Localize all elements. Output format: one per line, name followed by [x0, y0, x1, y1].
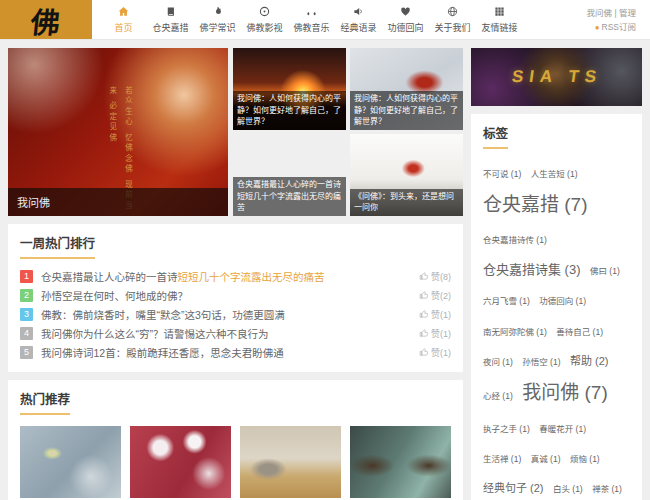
main-navigation: 首页仓央嘉措佛学常识佛教影视佛教音乐经典语录功德回向关于我们友情链接 [100, 0, 523, 39]
rss-link[interactable]: ●RSS订阅 [587, 21, 636, 35]
tag-link[interactable]: 功德回向 (1) [539, 296, 586, 306]
ranking-row[interactable]: 5我问佛诗词12首：殿前跪拜还香愿，思念夫君盼佛通赞(1) [20, 343, 451, 362]
tag-link[interactable]: 生活禅 (1) [483, 454, 521, 464]
tag-link[interactable]: 禅茶 (1) [592, 484, 622, 494]
grid-icon [476, 6, 523, 19]
ranking-row[interactable]: 3佛教：佛前烧香时，嘴里“默念”这3句话，功德更圆满赞(1) [20, 305, 451, 324]
tag-link[interactable]: 南无阿弥陀佛 (1) [483, 327, 547, 337]
thumb-up-icon [419, 271, 429, 283]
recommend-card[interactable]: 我问佛诗词12首：殿前跪拜还香愿，思念夫君盼佛通 [240, 426, 341, 500]
home-icon [100, 6, 147, 19]
featured-grid-item[interactable]: 我问佛：人如何获得内心的平静？如何更好地了解自己，了解世界？ [350, 48, 463, 130]
like-button[interactable]: 赞(8) [419, 270, 451, 283]
globe-icon [429, 6, 476, 19]
ranking-row[interactable]: 1仓央嘉措最让人心碎的一首诗 短短几十个字流露出无尽的痛苦赞(8) [20, 267, 451, 286]
tag-link[interactable]: 白头 (1) [553, 484, 583, 494]
admin-links[interactable]: 我问佛 | 管理 [587, 7, 636, 21]
video-icon [241, 6, 288, 19]
tag-link[interactable]: 我问佛 (7) [522, 382, 608, 403]
rank-number-badge: 5 [20, 346, 33, 359]
tag-link[interactable]: 心经 (1) [483, 391, 513, 401]
article-thumbnail [20, 426, 121, 498]
ranking-panel-title: 一周热门排行 [20, 233, 95, 259]
tag-link[interactable]: 执子之手 (1) [483, 424, 530, 434]
nav-item-佛教影视[interactable]: 佛教影视 [241, 0, 288, 39]
tag-link[interactable]: 六月飞雪 (1) [483, 296, 530, 306]
tag-link[interactable]: 仓央嘉措 (7) [483, 194, 588, 215]
tag-link[interactable]: 善待自己 (1) [556, 327, 603, 337]
tag-link[interactable]: 仓央嘉措诗集 (3) [483, 262, 581, 277]
featured-article-banner[interactable]: 若众生心 忆佛念佛 现前当来 必定见佛 我问佛 [8, 48, 228, 216]
tag-link[interactable]: 仓央嘉措诗传 (1) [483, 235, 547, 245]
page-body: 若众生心 忆佛念佛 现前当来 必定见佛 我问佛 我问佛：人如何获得内心的平静？如… [0, 40, 650, 500]
ranking-row[interactable]: 4我问佛你为什么这么“穷”？请警惕这六种不良行为赞(1) [20, 324, 451, 343]
featured-grid-caption: 我问佛：人如何获得内心的平静？如何更好地了解自己，了解世界？ [350, 91, 463, 130]
speaker-icon [335, 6, 382, 19]
featured-grid-item[interactable]: 仓央嘉措最让人心碎的一首诗 短短几十个字流露出无尽的痛苦 [233, 134, 346, 216]
nav-item-label: 关于我们 [429, 21, 476, 34]
tag-cloud: 不可说 (1) 人生苦短 (1) 仓央嘉措 (7) 仓央嘉措诗传 (1) 仓央嘉… [483, 157, 630, 500]
rss-dot-icon: ● [595, 23, 600, 32]
ranking-title: 我问佛诗词12首：殿前跪拜还香愿，思念夫君盼佛通 [41, 345, 284, 360]
like-count: 赞(8) [431, 270, 451, 283]
featured-grid-caption: 仓央嘉措最让人心碎的一首诗 短短几十个字流露出无尽的痛苦 [233, 177, 346, 216]
nav-item-友情链接[interactable]: 友情链接 [476, 0, 523, 39]
nav-item-label: 首页 [100, 21, 147, 34]
tag-link[interactable]: 春暖花开 (1) [539, 424, 586, 434]
like-button[interactable]: 赞(1) [419, 308, 451, 321]
recommend-card[interactable]: 我问佛｜我想过这样一种生活（必读！） [130, 426, 231, 500]
ranking-title: 仓央嘉措最让人心碎的一首诗 [41, 269, 178, 284]
nav-item-label: 仓央嘉措 [147, 21, 194, 34]
tag-link[interactable]: 真诚 (1) [531, 454, 561, 464]
featured-grid-caption: 我问佛：人如何获得内心的平静？如何更好地了解自己，了解世界？ [233, 91, 346, 130]
rank-number-badge: 4 [20, 327, 33, 340]
recommend-card[interactable]: 我问佛-失去的东西，有必要去追讨吗？ [20, 426, 121, 500]
tag-link[interactable]: 帮助 (2) [570, 355, 609, 367]
article-thumbnail [350, 426, 451, 498]
tag-link[interactable]: 佛曰 (1) [590, 266, 620, 276]
tag-link[interactable]: 人生苦短 (1) [531, 169, 578, 179]
featured-grid-item[interactable]: 我问佛：人如何获得内心的平静？如何更好地了解自己，了解世界？ [233, 48, 346, 130]
site-logo[interactable]: 佛 [0, 0, 92, 39]
nav-item-label: 佛学常识 [194, 21, 241, 34]
flame-icon [194, 6, 241, 19]
like-button[interactable]: 赞(1) [419, 346, 451, 359]
tag-link[interactable]: 孙悟空 (1) [522, 357, 560, 367]
ranking-row[interactable]: 2孙悟空是在何时、何地成的佛？赞(2) [20, 286, 451, 305]
nav-item-功德回向[interactable]: 功德回向 [382, 0, 429, 39]
like-button[interactable]: 赞(1) [419, 327, 451, 340]
nav-item-label: 经典语录 [335, 21, 382, 34]
ranking-title: 我问佛你为什么这么“穷”？请警惕这六种不良行为 [41, 326, 269, 341]
nav-item-佛学常识[interactable]: 佛学常识 [194, 0, 241, 39]
tag-link[interactable]: 经典句子 (2) [483, 482, 544, 494]
like-button[interactable]: 赞(2) [419, 289, 451, 302]
sidebar-ad-banner[interactable]: SIA TS [471, 48, 642, 106]
ranking-title-highlight: 短短几十个字流露出无尽的痛苦 [178, 269, 325, 284]
rank-number-badge: 1 [20, 270, 33, 283]
article-thumbnail [130, 426, 231, 498]
rank-number-badge: 2 [20, 289, 33, 302]
hero-section: 若众生心 忆佛念佛 现前当来 必定见佛 我问佛 我问佛：人如何获得内心的平静？如… [8, 48, 463, 216]
headphones-icon [288, 6, 335, 19]
featured-grid-caption: 《问佛》：到头来，还是想问一问你 [350, 189, 463, 216]
heart-icon [382, 6, 429, 19]
main-column: 若众生心 忆佛念佛 现前当来 必定见佛 我问佛 我问佛：人如何获得内心的平静？如… [8, 48, 463, 500]
weekly-ranking-panel: 一周热门排行 1仓央嘉措最让人心碎的一首诗 短短几十个字流露出无尽的痛苦赞(8)… [8, 224, 463, 372]
tag-link[interactable]: 烦恼 (1) [570, 454, 600, 464]
header-meta: 我问佛 | 管理 ●RSS订阅 [587, 0, 650, 39]
nav-item-label: 友情链接 [476, 21, 523, 34]
nav-item-经典语录[interactable]: 经典语录 [335, 0, 382, 39]
nav-item-关于我们[interactable]: 关于我们 [429, 0, 476, 39]
nav-item-首页[interactable]: 首页 [100, 0, 147, 39]
ranking-title: 佛教：佛前烧香时，嘴里“默念”这3句话，功德更圆满 [41, 307, 285, 322]
nav-item-仓央嘉措[interactable]: 仓央嘉措 [147, 0, 194, 39]
recommend-card[interactable]: 我问佛诗词12首：殿前跪拜还香愿，思念夫君盼佛通 [350, 426, 451, 500]
nav-item-佛教音乐[interactable]: 佛教音乐 [288, 0, 335, 39]
featured-grid-item[interactable]: 《问佛》：到头来，还是想问一问你 [350, 134, 463, 216]
like-count: 赞(1) [431, 308, 451, 321]
like-count: 赞(1) [431, 346, 451, 359]
tag-link[interactable]: 夜问 (1) [483, 357, 513, 367]
tag-link[interactable]: 不可说 (1) [483, 169, 521, 179]
thumb-up-icon [419, 290, 429, 302]
featured-grid: 我问佛：人如何获得内心的平静？如何更好地了解自己，了解世界？我问佛：人如何获得内… [233, 48, 463, 216]
